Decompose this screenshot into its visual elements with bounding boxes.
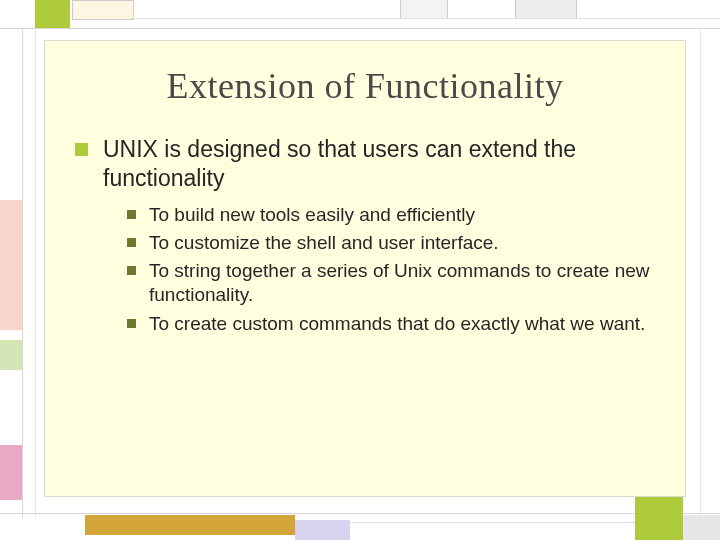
sub-point-text: To string together a series of Unix comm… <box>149 260 650 305</box>
main-bullet-list: UNIX is designed so that users can exten… <box>45 135 685 336</box>
deco-block-gray-top-a <box>400 0 448 18</box>
deco-block-pink-left <box>0 200 22 330</box>
deco-line-bottom-2 <box>340 522 640 523</box>
sub-point-text: To build new tools easily and efficientl… <box>149 204 475 225</box>
sub-bullet-list: To build new tools easily and efficientl… <box>103 203 655 337</box>
deco-block-gray-top-b <box>515 0 577 18</box>
list-item: To create custom commands that do exactl… <box>127 312 655 336</box>
deco-line-top <box>0 28 720 29</box>
deco-line-top-2 <box>130 18 720 19</box>
deco-block-lavender-bottom <box>295 520 350 540</box>
deco-block-green-left <box>0 340 22 370</box>
sub-point-text: To customize the shell and user interfac… <box>149 232 499 253</box>
list-item: To customize the shell and user interfac… <box>127 231 655 255</box>
deco-block-green-top <box>35 0 70 28</box>
deco-block-gray-bottom <box>683 515 720 540</box>
deco-block-rose-left <box>0 445 22 500</box>
deco-block-green-bottom <box>635 495 683 540</box>
list-item: To build new tools easily and efficientl… <box>127 203 655 227</box>
deco-line-left <box>22 28 23 518</box>
deco-block-cream-top <box>72 0 134 20</box>
deco-block-gold-bottom <box>85 515 295 535</box>
list-item: UNIX is designed so that users can exten… <box>75 135 655 336</box>
list-item: To string together a series of Unix comm… <box>127 259 655 308</box>
sub-point-text: To create custom commands that do exactl… <box>149 313 645 334</box>
main-point-text: UNIX is designed so that users can exten… <box>103 136 576 191</box>
slide-content-frame: Extension of Functionality UNIX is desig… <box>44 40 686 497</box>
deco-line-bottom <box>0 513 720 514</box>
deco-line-right <box>700 28 701 518</box>
deco-line-left-2 <box>35 28 36 518</box>
slide-title: Extension of Functionality <box>45 65 685 107</box>
